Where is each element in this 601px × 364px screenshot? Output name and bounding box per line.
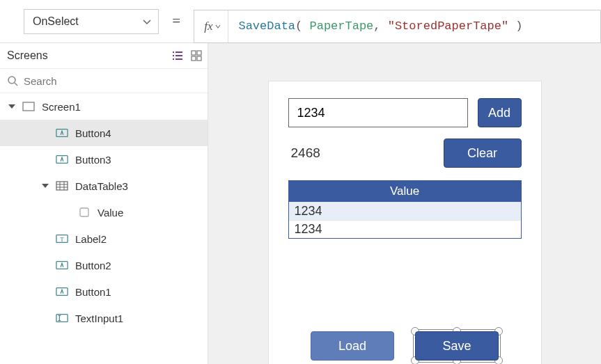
expand-icon[interactable] xyxy=(8,104,15,109)
add-button[interactable]: Add xyxy=(478,98,522,127)
text-input-value[interactable] xyxy=(288,98,468,127)
tree-item-label: Label2 xyxy=(75,233,107,245)
load-button[interactable]: Load xyxy=(311,331,394,361)
label-icon: T xyxy=(56,233,68,244)
column-icon xyxy=(78,207,91,218)
formula-text[interactable]: SaveData( PaperTape, "StoredPaperTape" ) xyxy=(228,19,532,33)
formula-bar: OnSelect = fx SaveData( PaperTape, "Stor… xyxy=(0,0,601,43)
search-icon xyxy=(7,75,18,86)
save-button-selected[interactable]: Save xyxy=(415,331,499,361)
table-row[interactable]: 1234 xyxy=(289,202,521,220)
svg-rect-2 xyxy=(192,56,196,61)
app-screen[interactable]: Add 2468 Clear Value 12341234 Load Save xyxy=(268,81,542,364)
svg-rect-1 xyxy=(197,51,201,55)
button-icon xyxy=(56,127,68,139)
table-header[interactable]: Value xyxy=(289,181,521,202)
tree-item-label: Button1 xyxy=(75,286,111,298)
svg-text:T: T xyxy=(60,236,64,243)
button-icon xyxy=(56,154,68,165)
tree-item-label: Button2 xyxy=(75,260,111,271)
svg-rect-19 xyxy=(56,315,68,322)
svg-point-4 xyxy=(8,77,15,84)
sum-label: 2468 xyxy=(288,145,320,161)
svg-rect-3 xyxy=(197,56,201,61)
sidebar-header: Screens xyxy=(0,43,208,68)
tree-item-button3[interactable]: Button3 xyxy=(0,146,208,173)
tree-item-datatable3[interactable]: DataTable3 xyxy=(0,173,208,199)
tree-item-label2[interactable]: TLabel2 xyxy=(0,225,208,252)
save-button[interactable]: Save xyxy=(415,331,499,361)
formula-input[interactable]: fx SaveData( PaperTape, "StoredPaperTape… xyxy=(194,10,601,43)
tree-item-label: Value xyxy=(97,207,123,219)
sidebar-title: Screens xyxy=(7,49,48,62)
button-icon xyxy=(56,260,68,271)
tree-item-label: Button4 xyxy=(75,127,111,139)
tree-item-label: TextInput1 xyxy=(75,312,123,324)
property-dropdown[interactable]: OnSelect xyxy=(24,9,159,34)
grid-view-icon[interactable] xyxy=(191,50,202,61)
data-table[interactable]: Value 12341234 xyxy=(288,180,522,239)
tree-item-value[interactable]: Value xyxy=(0,199,208,225)
textinput-icon xyxy=(56,312,68,324)
tree-item-screen1[interactable]: Screen1 xyxy=(0,93,208,120)
tree-view-panel: Screens Screen1Button4Button3DataTable3V… xyxy=(0,43,208,364)
svg-rect-9 xyxy=(56,182,68,190)
property-name: OnSelect xyxy=(33,15,79,28)
svg-line-5 xyxy=(15,83,17,86)
button-icon xyxy=(56,286,68,297)
svg-rect-14 xyxy=(80,208,88,216)
clear-button[interactable]: Clear xyxy=(444,139,522,168)
chevron-down-icon xyxy=(143,17,151,26)
tree-item-label: Button3 xyxy=(75,154,111,166)
tree-item-button2[interactable]: Button2 xyxy=(0,252,208,278)
tree-item-label: Screen1 xyxy=(42,101,81,113)
fx-label[interactable]: fx xyxy=(194,10,228,42)
tree-item-label: DataTable3 xyxy=(75,180,128,192)
datatable-icon xyxy=(56,180,68,191)
tree-view: Screen1Button4Button3DataTable3ValueTLab… xyxy=(0,93,208,364)
canvas[interactable]: Add 2468 Clear Value 12341234 Load Save xyxy=(208,43,601,364)
tree-list-icon[interactable] xyxy=(171,50,184,61)
search-row xyxy=(0,68,208,93)
tree-item-button4[interactable]: Button4 xyxy=(0,120,208,146)
tree-item-button1[interactable]: Button1 xyxy=(0,278,208,305)
screen-icon xyxy=(22,101,35,112)
table-row[interactable]: 1234 xyxy=(289,220,521,238)
svg-rect-0 xyxy=(192,51,196,55)
expand-icon[interactable] xyxy=(42,184,49,188)
search-input[interactable] xyxy=(24,75,201,87)
tree-item-textinput1[interactable]: TextInput1 xyxy=(0,305,208,331)
equals-sign: = xyxy=(171,13,181,30)
svg-rect-6 xyxy=(23,102,34,111)
chevron-down-icon xyxy=(215,24,221,29)
